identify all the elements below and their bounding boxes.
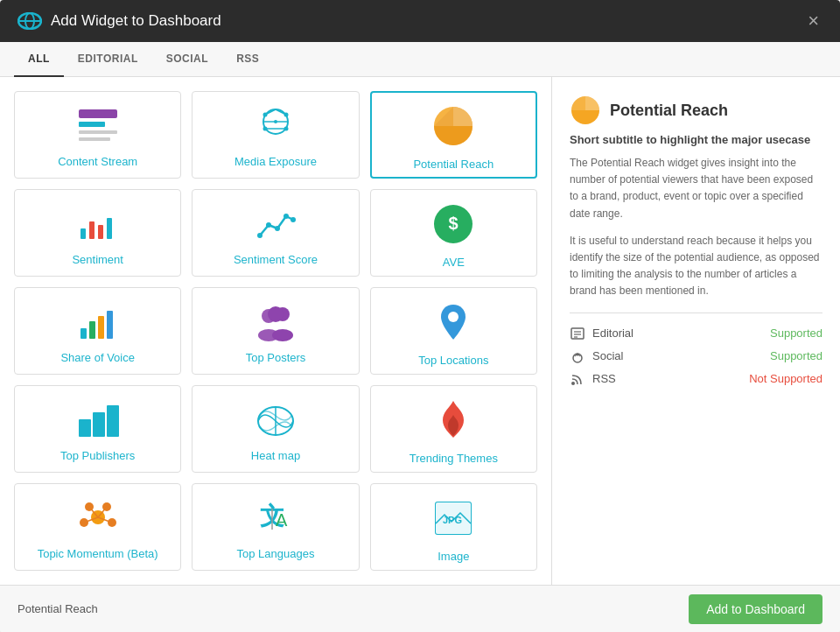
modal-body: Content Stream bbox=[0, 77, 840, 585]
svg-rect-40 bbox=[93, 412, 105, 437]
svg-rect-39 bbox=[79, 419, 91, 437]
topic-momentum-label: Topic Momentum (Beta) bbox=[38, 547, 158, 560]
media-exposure-label: Media Exposure bbox=[234, 155, 317, 168]
svg-text:A: A bbox=[276, 510, 288, 530]
svg-point-35 bbox=[268, 306, 284, 322]
widget-card-share-of-voice[interactable]: Share of Voice bbox=[14, 287, 181, 375]
svg-rect-3 bbox=[79, 109, 117, 118]
image-label: Image bbox=[438, 550, 469, 563]
detail-panel: Potential Reach Short subtitle to highli… bbox=[551, 77, 840, 585]
top-posters-icon bbox=[253, 302, 298, 342]
editorial-status: Supported bbox=[770, 327, 822, 340]
detail-divider bbox=[570, 312, 822, 313]
widget-card-top-publishers[interactable]: Top Publishers bbox=[14, 385, 181, 473]
close-button[interactable]: × bbox=[804, 8, 822, 34]
svg-rect-41 bbox=[107, 405, 119, 437]
widget-card-content-stream[interactable]: Content Stream bbox=[14, 91, 181, 179]
svg-point-22 bbox=[257, 233, 262, 238]
social-label: Social bbox=[592, 349, 763, 362]
widget-card-media-exposure[interactable]: Media Exposure bbox=[192, 91, 359, 179]
widget-card-sentiment-score[interactable]: Sentiment Score bbox=[192, 189, 359, 277]
svg-point-25 bbox=[284, 214, 289, 219]
detail-header: Potential Reach bbox=[570, 95, 822, 126]
widget-card-sentiment[interactable]: Sentiment bbox=[14, 189, 181, 277]
widget-card-topic-momentum[interactable]: Topic Momentum (Beta) bbox=[14, 483, 181, 571]
ave-label: AVE bbox=[443, 256, 465, 269]
widget-card-image[interactable]: JPG Image bbox=[370, 483, 537, 571]
modal-title: Add Widget to Dashboard bbox=[51, 12, 221, 30]
modal-container: Add Widget to Dashboard × ALL EDITORIAL … bbox=[0, 0, 840, 632]
share-of-voice-icon bbox=[75, 302, 121, 342]
heat-map-label: Heat map bbox=[251, 449, 300, 462]
widget-card-potential-reach[interactable]: Potential Reach bbox=[370, 91, 537, 179]
add-to-dashboard-button[interactable]: Add to Dashboard bbox=[689, 594, 822, 624]
svg-point-15 bbox=[262, 126, 267, 130]
svg-point-24 bbox=[275, 226, 280, 231]
detail-subtitle: Short subtitle to highlight the major us… bbox=[570, 133, 822, 146]
sentiment-score-icon bbox=[253, 204, 298, 244]
top-publishers-icon bbox=[75, 400, 121, 440]
rss-icon bbox=[570, 371, 585, 387]
svg-rect-32 bbox=[107, 311, 113, 339]
top-languages-icon: 文 A bbox=[253, 498, 298, 538]
top-locations-label: Top Locations bbox=[418, 354, 488, 367]
social-icon bbox=[570, 348, 585, 364]
detail-title: Potential Reach bbox=[610, 102, 728, 120]
app-logo-icon bbox=[18, 12, 42, 30]
content-stream-label: Content Stream bbox=[58, 155, 137, 168]
tab-rss[interactable]: RSS bbox=[222, 42, 273, 77]
top-languages-label: Top Languages bbox=[237, 547, 315, 560]
top-publishers-label: Top Publishers bbox=[60, 449, 135, 462]
image-icon: JPG bbox=[430, 495, 476, 541]
tab-all[interactable]: ALL bbox=[14, 42, 64, 77]
widget-card-ave[interactable]: $ AVE bbox=[370, 189, 537, 277]
widget-card-heat-map[interactable]: Heat map bbox=[192, 385, 359, 473]
tab-social[interactable]: SOCIAL bbox=[152, 42, 222, 77]
svg-rect-6 bbox=[79, 137, 110, 141]
rss-label: RSS bbox=[592, 372, 742, 385]
detail-desc-1: The Potential Reach widget gives insight… bbox=[570, 155, 822, 222]
sentiment-label: Sentiment bbox=[72, 253, 123, 266]
svg-point-16 bbox=[284, 126, 288, 130]
svg-point-65 bbox=[577, 353, 579, 355]
widget-grid: Content Stream bbox=[0, 77, 551, 585]
media-exposure-icon bbox=[253, 106, 298, 146]
svg-rect-20 bbox=[98, 225, 103, 239]
widget-card-top-locations[interactable]: Top Locations bbox=[370, 287, 537, 375]
editorial-label: Editorial bbox=[592, 327, 763, 340]
widget-card-top-languages[interactable]: 文 A Top Languages bbox=[192, 483, 359, 571]
tabs-bar: ALL EDITORIAL SOCIAL RSS bbox=[0, 42, 840, 77]
editorial-icon bbox=[570, 326, 585, 341]
detail-desc-2: It is useful to understand reach because… bbox=[570, 233, 822, 300]
topic-momentum-icon bbox=[75, 498, 121, 538]
social-status: Supported bbox=[770, 349, 822, 362]
svg-point-26 bbox=[290, 217, 296, 222]
svg-rect-30 bbox=[89, 321, 95, 339]
support-row-social: Social Supported bbox=[570, 348, 822, 364]
detail-widget-icon bbox=[570, 95, 601, 126]
svg-text:$: $ bbox=[449, 214, 458, 233]
svg-point-13 bbox=[262, 112, 267, 116]
widget-card-trending-themes[interactable]: Trending Themes bbox=[370, 385, 537, 473]
svg-rect-19 bbox=[89, 221, 94, 239]
svg-point-66 bbox=[571, 382, 575, 385]
top-posters-label: Top Posters bbox=[246, 351, 306, 364]
svg-point-37 bbox=[272, 329, 293, 341]
svg-point-38 bbox=[448, 312, 458, 322]
tab-editorial[interactable]: EDITORIAL bbox=[64, 42, 152, 77]
modal-header: Add Widget to Dashboard × bbox=[0, 0, 840, 42]
content-stream-icon bbox=[75, 106, 121, 146]
svg-rect-31 bbox=[98, 316, 104, 339]
svg-point-23 bbox=[266, 222, 271, 228]
ave-icon: $ bbox=[430, 201, 476, 247]
widget-card-top-posters[interactable]: Top Posters bbox=[192, 287, 359, 375]
support-row-rss: RSS Not Supported bbox=[570, 371, 822, 387]
svg-point-14 bbox=[284, 112, 288, 116]
top-locations-icon bbox=[430, 299, 476, 345]
svg-rect-5 bbox=[79, 130, 117, 134]
sentiment-score-label: Sentiment Score bbox=[234, 253, 318, 266]
svg-rect-29 bbox=[80, 328, 87, 339]
potential-reach-label: Potential Reach bbox=[413, 158, 494, 171]
footer-selected-label: Potential Reach bbox=[18, 602, 98, 615]
header-left: Add Widget to Dashboard bbox=[18, 12, 221, 30]
